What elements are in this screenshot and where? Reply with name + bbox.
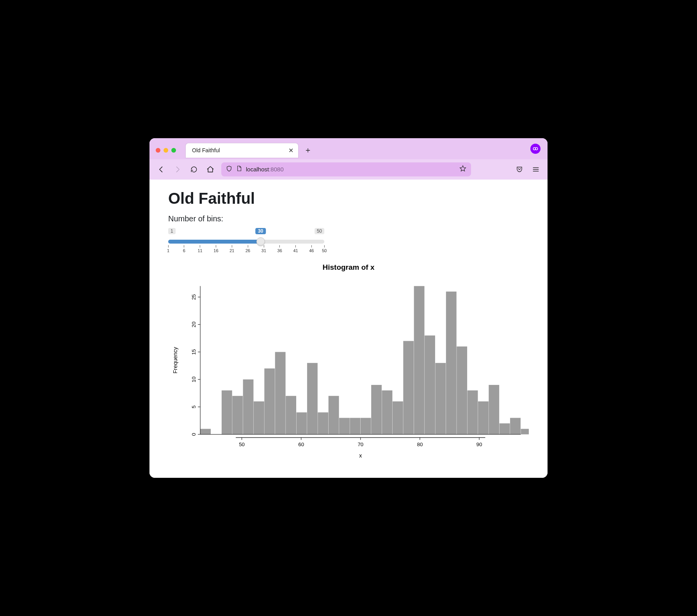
slider-tick: 46 — [309, 245, 314, 253]
slider-range-labels: 1 50 — [168, 228, 324, 234]
histogram-bar — [200, 429, 211, 434]
histogram-bar — [329, 396, 339, 434]
y-tick-label: 5 — [191, 405, 197, 408]
histogram-bar — [361, 418, 371, 434]
slider-tick: 16 — [213, 245, 218, 253]
url-port: :8080 — [269, 166, 284, 173]
chart-title: Histogram of x — [168, 263, 529, 272]
browser-window: Old Faithful ✕ ＋ localhost — [149, 138, 548, 478]
histogram-bar — [446, 292, 457, 434]
slider-tick: 26 — [245, 245, 250, 253]
bins-slider[interactable]: 1 50 30 16111621263136414650 — [168, 228, 324, 256]
new-tab-button[interactable]: ＋ — [304, 145, 312, 155]
x-tick-label: 50 — [239, 442, 245, 447]
extension-badge-icon[interactable] — [530, 144, 541, 154]
y-tick-label: 25 — [191, 294, 197, 300]
slider-tick: 31 — [261, 245, 266, 253]
browser-toolbar: localhost:8080 — [149, 159, 548, 180]
histogram-chart: Histogram of x 50607080900510152025xFreq… — [168, 263, 529, 463]
slider-handle[interactable] — [256, 237, 265, 246]
page-icon — [236, 166, 242, 173]
histogram-bar — [350, 418, 360, 434]
histogram-bar — [500, 423, 510, 434]
histogram-bar — [297, 412, 307, 434]
histogram-bar — [371, 385, 382, 434]
histogram-bar — [382, 390, 393, 434]
histogram-bar — [286, 396, 296, 434]
x-tick-label: 90 — [477, 442, 482, 447]
slider-ticks: 16111621263136414650 — [168, 245, 324, 256]
histogram-bar — [425, 335, 435, 434]
maximize-window-button[interactable] — [171, 148, 176, 153]
histogram-bar — [457, 346, 467, 434]
histogram-bar — [435, 363, 446, 434]
window-controls — [156, 148, 176, 153]
y-tick-label: 15 — [191, 349, 197, 355]
slider-tick: 21 — [229, 245, 234, 253]
slider-value-bubble: 30 — [255, 228, 266, 234]
bookmark-star-icon[interactable] — [459, 165, 466, 174]
slider-tick: 36 — [277, 245, 282, 253]
tab-strip: Old Faithful ✕ ＋ — [149, 138, 548, 159]
y-tick-label: 20 — [191, 322, 197, 328]
slider-min-label: 1 — [168, 228, 176, 234]
histogram-bar — [243, 379, 254, 434]
close-window-button[interactable] — [156, 148, 160, 153]
url-host: localhost — [246, 166, 269, 173]
page-title: Old Faithful — [168, 190, 529, 207]
page-content: Old Faithful Number of bins: 1 50 30 161… — [149, 180, 548, 478]
slider-track[interactable] — [168, 240, 324, 244]
y-tick-label: 10 — [191, 376, 197, 382]
x-tick-label: 60 — [298, 442, 304, 447]
histogram-bar — [264, 369, 275, 434]
menu-icon[interactable] — [530, 164, 541, 175]
slider-tick: 6 — [183, 245, 185, 253]
back-button[interactable] — [156, 164, 167, 175]
slider-tick: 41 — [293, 245, 298, 253]
histogram-svg: 50607080900510152025xFrequency — [168, 274, 529, 463]
histogram-bar — [393, 401, 403, 434]
histogram-bar — [222, 390, 232, 434]
histogram-bar — [307, 363, 318, 434]
histogram-bar — [403, 341, 414, 434]
histogram-bar — [339, 418, 350, 434]
tab-title: Old Faithful — [192, 147, 220, 153]
url-text: localhost:8080 — [246, 166, 284, 173]
minimize-window-button[interactable] — [164, 148, 168, 153]
y-tick-label: 0 — [191, 433, 197, 436]
slider-tick: 1 — [167, 245, 169, 253]
slider-tick: 11 — [198, 245, 203, 253]
slider-label: Number of bins: — [168, 214, 529, 223]
url-bar[interactable]: localhost:8080 — [221, 162, 471, 176]
x-axis-label: x — [359, 452, 362, 459]
forward-button[interactable] — [172, 164, 183, 175]
histogram-bar — [318, 412, 328, 434]
close-tab-icon[interactable]: ✕ — [288, 147, 293, 154]
histogram-bar — [510, 418, 521, 434]
y-axis-label: Frequency — [172, 347, 178, 374]
histogram-bar — [254, 401, 264, 434]
browser-tab[interactable]: Old Faithful ✕ — [185, 143, 299, 158]
histogram-bar — [232, 396, 243, 434]
histogram-bar — [275, 352, 286, 434]
shield-icon[interactable] — [226, 166, 232, 173]
home-button[interactable] — [205, 164, 216, 175]
x-tick-label: 70 — [357, 442, 363, 447]
slider-max-label: 50 — [315, 228, 324, 234]
slider-tick: 50 — [322, 245, 327, 253]
pocket-icon[interactable] — [514, 164, 525, 175]
histogram-bar — [478, 401, 489, 434]
histogram-bar — [468, 390, 478, 434]
histogram-bar — [489, 385, 499, 434]
histogram-bar — [521, 429, 529, 434]
x-tick-label: 80 — [417, 442, 423, 447]
slider-fill — [168, 240, 261, 244]
histogram-bar — [414, 286, 425, 434]
reload-button[interactable] — [188, 164, 199, 175]
